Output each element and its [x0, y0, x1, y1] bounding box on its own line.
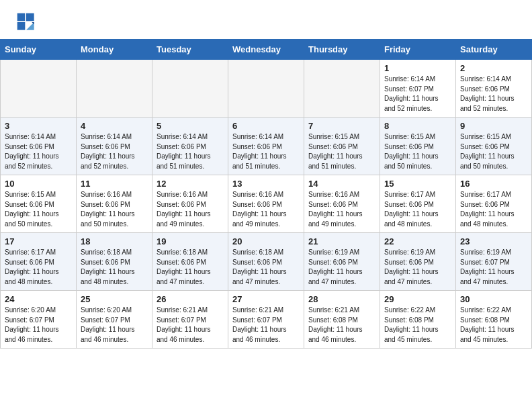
svg-rect-2 [17, 22, 26, 30]
day-number: 14 [308, 179, 375, 189]
calendar-day: 27Sunrise: 6:21 AMSunset: 6:07 PMDayligh… [228, 291, 304, 349]
day-info: Sunrise: 6:15 AMSunset: 6:06 PMDaylight:… [460, 132, 527, 171]
logo [16, 12, 38, 32]
calendar-day [152, 60, 228, 118]
calendar-day: 15Sunrise: 6:17 AMSunset: 6:06 PMDayligh… [380, 175, 456, 233]
calendar-day: 22Sunrise: 6:19 AMSunset: 6:06 PMDayligh… [380, 233, 456, 291]
calendar-day: 6Sunrise: 6:14 AMSunset: 6:06 PMDaylight… [228, 118, 304, 175]
day-number: 11 [81, 179, 148, 189]
calendar-week-3: 10Sunrise: 6:15 AMSunset: 6:06 PMDayligh… [1, 175, 532, 233]
day-info: Sunrise: 6:14 AMSunset: 6:06 PMDaylight:… [157, 132, 224, 171]
day-info: Sunrise: 6:20 AMSunset: 6:07 PMDaylight:… [81, 306, 148, 345]
day-number: 8 [384, 121, 451, 131]
calendar-day: 30Sunrise: 6:22 AMSunset: 6:08 PMDayligh… [456, 291, 532, 349]
day-info: Sunrise: 6:21 AMSunset: 6:08 PMDaylight:… [308, 306, 375, 345]
calendar-day: 9Sunrise: 6:15 AMSunset: 6:06 PMDaylight… [456, 118, 532, 175]
day-info: Sunrise: 6:17 AMSunset: 6:06 PMDaylight:… [384, 190, 451, 229]
calendar-day: 14Sunrise: 6:16 AMSunset: 6:06 PMDayligh… [304, 175, 380, 233]
calendar-day: 5Sunrise: 6:14 AMSunset: 6:06 PMDaylight… [152, 118, 228, 175]
calendar-day: 24Sunrise: 6:20 AMSunset: 6:07 PMDayligh… [1, 291, 77, 349]
calendar-day: 20Sunrise: 6:18 AMSunset: 6:06 PMDayligh… [228, 233, 304, 291]
page-header [0, 0, 532, 39]
day-info: Sunrise: 6:16 AMSunset: 6:06 PMDaylight:… [232, 190, 300, 229]
day-number: 10 [5, 179, 72, 189]
weekday-header-saturday: Saturday [456, 40, 532, 60]
day-number: 3 [5, 121, 72, 131]
day-info: Sunrise: 6:18 AMSunset: 6:06 PMDaylight:… [157, 248, 224, 287]
day-info: Sunrise: 6:19 AMSunset: 6:06 PMDaylight:… [308, 248, 375, 287]
day-info: Sunrise: 6:15 AMSunset: 6:06 PMDaylight:… [384, 132, 451, 171]
day-info: Sunrise: 6:22 AMSunset: 6:08 PMDaylight:… [384, 306, 451, 345]
calendar-day: 29Sunrise: 6:22 AMSunset: 6:08 PMDayligh… [380, 291, 456, 349]
weekday-header-friday: Friday [380, 40, 456, 60]
calendar-day: 28Sunrise: 6:21 AMSunset: 6:08 PMDayligh… [304, 291, 380, 349]
day-info: Sunrise: 6:18 AMSunset: 6:06 PMDaylight:… [81, 248, 148, 287]
day-info: Sunrise: 6:14 AMSunset: 6:06 PMDaylight:… [460, 75, 527, 113]
calendar-day: 26Sunrise: 6:21 AMSunset: 6:07 PMDayligh… [152, 291, 228, 349]
svg-marker-3 [26, 22, 34, 30]
day-number: 23 [460, 236, 527, 246]
day-number: 26 [157, 294, 224, 304]
day-info: Sunrise: 6:16 AMSunset: 6:06 PMDaylight:… [81, 190, 148, 229]
calendar-day: 3Sunrise: 6:14 AMSunset: 6:06 PMDaylight… [1, 118, 77, 175]
day-number: 27 [232, 294, 300, 304]
day-number: 9 [460, 121, 527, 131]
weekday-header-wednesday: Wednesday [228, 40, 304, 60]
day-number: 4 [81, 121, 148, 131]
calendar-day: 23Sunrise: 6:19 AMSunset: 6:07 PMDayligh… [456, 233, 532, 291]
calendar-day: 2Sunrise: 6:14 AMSunset: 6:06 PMDaylight… [456, 60, 532, 118]
calendar-day: 7Sunrise: 6:15 AMSunset: 6:06 PMDaylight… [304, 118, 380, 175]
calendar-day: 8Sunrise: 6:15 AMSunset: 6:06 PMDaylight… [380, 118, 456, 175]
day-number: 20 [232, 236, 300, 246]
calendar-table: SundayMondayTuesdayWednesdayThursdayFrid… [0, 39, 532, 349]
calendar-day: 16Sunrise: 6:17 AMSunset: 6:06 PMDayligh… [456, 175, 532, 233]
day-info: Sunrise: 6:14 AMSunset: 6:06 PMDaylight:… [232, 132, 300, 171]
calendar-day: 17Sunrise: 6:17 AMSunset: 6:06 PMDayligh… [1, 233, 77, 291]
day-number: 24 [5, 294, 72, 304]
calendar-day: 4Sunrise: 6:14 AMSunset: 6:06 PMDaylight… [77, 118, 152, 175]
day-number: 21 [308, 236, 375, 246]
logo-icon [16, 12, 36, 32]
calendar-day: 13Sunrise: 6:16 AMSunset: 6:06 PMDayligh… [228, 175, 304, 233]
calendar-day [1, 60, 77, 118]
svg-rect-0 [17, 13, 26, 21]
calendar-day [77, 60, 152, 118]
day-number: 12 [157, 179, 224, 189]
day-info: Sunrise: 6:17 AMSunset: 6:06 PMDaylight:… [460, 190, 527, 229]
calendar-day: 11Sunrise: 6:16 AMSunset: 6:06 PMDayligh… [77, 175, 152, 233]
day-number: 18 [81, 236, 148, 246]
day-number: 6 [232, 121, 300, 131]
weekday-header-monday: Monday [77, 40, 152, 60]
calendar-day: 12Sunrise: 6:16 AMSunset: 6:06 PMDayligh… [152, 175, 228, 233]
day-number: 7 [308, 121, 375, 131]
day-info: Sunrise: 6:15 AMSunset: 6:06 PMDaylight:… [308, 132, 375, 171]
day-number: 13 [232, 179, 300, 189]
calendar-day: 18Sunrise: 6:18 AMSunset: 6:06 PMDayligh… [77, 233, 152, 291]
day-info: Sunrise: 6:15 AMSunset: 6:06 PMDaylight:… [5, 190, 72, 229]
day-number: 15 [384, 179, 451, 189]
day-number: 16 [460, 179, 527, 189]
day-info: Sunrise: 6:18 AMSunset: 6:06 PMDaylight:… [232, 248, 300, 287]
calendar-day: 1Sunrise: 6:14 AMSunset: 6:07 PMDaylight… [380, 60, 456, 118]
calendar-week-2: 3Sunrise: 6:14 AMSunset: 6:06 PMDaylight… [1, 118, 532, 175]
calendar-day [228, 60, 304, 118]
day-info: Sunrise: 6:22 AMSunset: 6:08 PMDaylight:… [460, 306, 527, 345]
weekday-header-tuesday: Tuesday [152, 40, 228, 60]
calendar-week-4: 17Sunrise: 6:17 AMSunset: 6:06 PMDayligh… [1, 233, 532, 291]
calendar-week-5: 24Sunrise: 6:20 AMSunset: 6:07 PMDayligh… [1, 291, 532, 349]
day-number: 28 [308, 294, 375, 304]
calendar-day: 25Sunrise: 6:20 AMSunset: 6:07 PMDayligh… [77, 291, 152, 349]
calendar-day: 19Sunrise: 6:18 AMSunset: 6:06 PMDayligh… [152, 233, 228, 291]
day-number: 29 [384, 294, 451, 304]
day-number: 19 [157, 236, 224, 246]
day-info: Sunrise: 6:19 AMSunset: 6:06 PMDaylight:… [384, 248, 451, 287]
day-info: Sunrise: 6:14 AMSunset: 6:06 PMDaylight:… [81, 132, 148, 171]
day-info: Sunrise: 6:14 AMSunset: 6:07 PMDaylight:… [384, 75, 451, 113]
day-number: 2 [460, 63, 527, 73]
day-number: 17 [5, 236, 72, 246]
day-number: 22 [384, 236, 451, 246]
day-info: Sunrise: 6:19 AMSunset: 6:07 PMDaylight:… [460, 248, 527, 287]
svg-rect-1 [26, 13, 34, 21]
day-info: Sunrise: 6:21 AMSunset: 6:07 PMDaylight:… [157, 306, 224, 345]
calendar-day: 21Sunrise: 6:19 AMSunset: 6:06 PMDayligh… [304, 233, 380, 291]
